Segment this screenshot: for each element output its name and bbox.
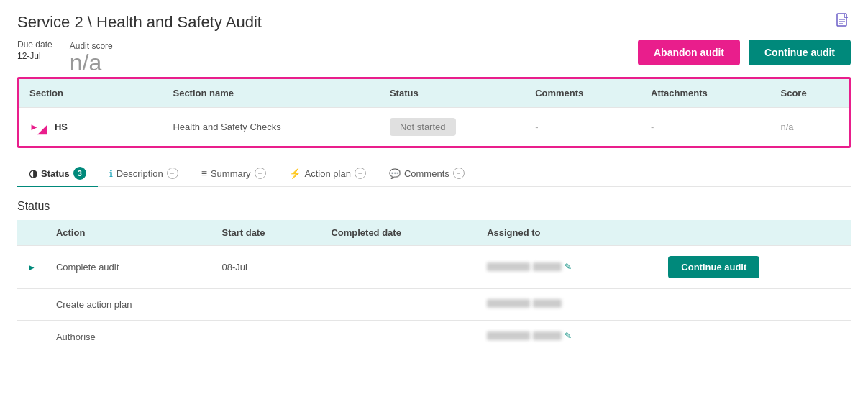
status-table: Action Start date Completed date Assigne… — [17, 220, 851, 352]
col-assigned-to: Assigned to — [477, 220, 658, 246]
status-table-header: Action Start date Completed date Assigne… — [17, 220, 851, 246]
col-comments: Comments — [525, 79, 641, 108]
section-cell: ► ◢ HS — [19, 108, 163, 147]
completed-date-cell-2 — [321, 289, 477, 321]
user-blur-3 — [487, 331, 530, 340]
meta-left: Due date 12-Jul Audit score n/a — [17, 40, 113, 74]
pdf-icon[interactable] — [835, 13, 851, 32]
tab-summary-label: Summary — [211, 168, 251, 179]
btn-cell-3 — [658, 321, 851, 353]
continue-audit-row-button[interactable]: Continue audit — [668, 256, 759, 278]
col-score: Score — [771, 79, 849, 108]
status-badge-count: 3 — [73, 167, 86, 180]
btn-cell-2 — [658, 289, 851, 321]
page-title: Service 2 \ Health and Safety Audit — [17, 13, 262, 32]
col-status: Status — [380, 79, 525, 108]
comments-tab-circle: − — [453, 168, 465, 179]
start-date-cell-3 — [211, 321, 321, 353]
audit-score-value: n/a — [70, 51, 113, 74]
action-plan-tab-icon: ⚡ — [289, 168, 301, 179]
col-action: Action — [46, 220, 212, 246]
status-row-authorise: Authorise ✎ — [17, 321, 851, 353]
audit-table-wrapper: Section Section name Status Comments Att… — [17, 77, 851, 148]
table-row: ► ◢ HS Health and Safety Checks Not star… — [19, 108, 849, 147]
col-attachments: Attachments — [641, 79, 770, 108]
user-blur-3b — [533, 331, 562, 340]
action-cell-3: Authorise — [46, 321, 212, 353]
tab-status-label: Status — [41, 168, 70, 179]
assigned-user-2 — [487, 299, 562, 308]
assigned-to-cell-3: ✎ — [477, 321, 658, 353]
tab-description[interactable]: ℹ Description − — [98, 162, 190, 185]
description-tab-icon: ℹ — [109, 168, 113, 179]
user-blur-1b — [533, 262, 562, 271]
page-header: Service 2 \ Health and Safety Audit — [17, 13, 851, 32]
col-completed-date: Completed date — [321, 220, 477, 246]
status-tab-icon: ◑ — [29, 168, 37, 179]
continue-audit-header-button[interactable]: Continue audit — [749, 40, 851, 65]
arrow-cell-3 — [17, 321, 46, 353]
edit-user-icon-3[interactable]: ✎ — [565, 331, 572, 341]
completed-date-cell-1 — [321, 246, 477, 289]
col-start-date: Start date — [211, 220, 321, 246]
start-date-cell-2 — [211, 289, 321, 321]
section-code: HS — [55, 122, 68, 132]
summary-tab-icon: ≡ — [201, 168, 207, 179]
audit-table: Section Section name Status Comments Att… — [19, 79, 849, 146]
user-blur-1 — [487, 262, 530, 271]
comments-tab-icon: 💬 — [389, 168, 401, 179]
status-section: Status Action Start date Completed date … — [17, 200, 851, 352]
header-buttons: Abandon audit Continue audit — [638, 40, 851, 65]
tab-comments-label: Comments — [404, 168, 449, 179]
description-tab-circle: − — [167, 168, 178, 179]
user-blur-2 — [487, 299, 530, 308]
arrow-cell-1: ► — [17, 246, 46, 289]
edit-user-icon-1[interactable]: ✎ — [565, 262, 572, 272]
summary-tab-circle: − — [255, 168, 266, 179]
tab-bar: ◑ Status 3 ℹ Description − ≡ Summary − ⚡… — [17, 161, 851, 187]
meta-row: Due date 12-Jul Audit score n/a Abandon … — [17, 40, 851, 74]
assigned-to-cell-1: ✎ — [477, 246, 658, 289]
score-cell: n/a — [771, 108, 849, 147]
col-section: Section — [19, 79, 163, 108]
col-section-name: Section name — [163, 79, 379, 108]
tab-description-label: Description — [117, 168, 163, 179]
cursor-icon: ◢ — [37, 121, 47, 137]
assigned-to-cell-2 — [477, 289, 658, 321]
user-blur-2b — [533, 299, 562, 308]
tab-action-plan[interactable]: ⚡ Action plan − — [278, 162, 378, 185]
section-name-cell: Health and Safety Checks — [163, 108, 379, 147]
tab-comments[interactable]: 💬 Comments − — [378, 162, 476, 185]
col-arrow — [17, 220, 46, 246]
comments-cell: - — [525, 108, 641, 147]
action-cell-2: Create action plan — [46, 289, 212, 321]
due-date-item: Due date 12-Jul — [17, 40, 52, 61]
row-expand-icon-1[interactable]: ► — [27, 262, 36, 273]
due-date-value: 12-Jul — [17, 51, 41, 61]
status-row-create-action-plan: Create action plan — [17, 289, 851, 321]
action-plan-tab-circle: − — [355, 168, 366, 179]
status-cell: Not started — [380, 108, 525, 147]
audit-table-header-row: Section Section name Status Comments Att… — [19, 79, 849, 108]
due-date-label: Due date — [17, 40, 52, 50]
tab-action-plan-label: Action plan — [305, 168, 351, 179]
status-row-complete-audit: ► Complete audit 08-Jul ✎ Continue audit — [17, 246, 851, 289]
tab-status[interactable]: ◑ Status 3 — [17, 161, 98, 187]
start-date-cell-1: 08-Jul — [211, 246, 321, 289]
action-cell-1: Complete audit — [46, 246, 212, 289]
attachments-cell: - — [641, 108, 770, 147]
abandon-audit-button[interactable]: Abandon audit — [638, 40, 740, 65]
arrow-cell-2 — [17, 289, 46, 321]
status-section-title: Status — [17, 200, 851, 213]
tab-summary[interactable]: ≡ Summary − — [190, 162, 278, 185]
audit-score-item: Audit score n/a — [70, 40, 113, 74]
assigned-user-3: ✎ — [487, 331, 572, 341]
completed-date-cell-3 — [321, 321, 477, 353]
btn-cell-1: Continue audit — [658, 246, 851, 289]
page-container: Service 2 \ Health and Safety Audit Due … — [0, 0, 868, 412]
col-actions — [658, 220, 851, 246]
assigned-user-1: ✎ — [487, 262, 572, 272]
status-badge: Not started — [390, 118, 456, 136]
